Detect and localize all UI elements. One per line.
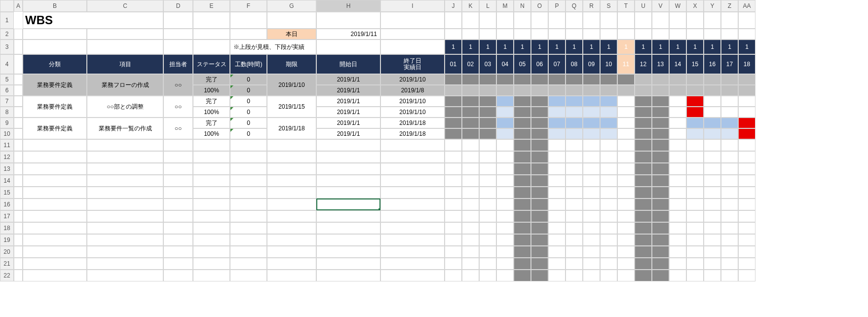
gantt-cell[interactable] (548, 234, 566, 246)
gantt-cell[interactable] (531, 107, 548, 118)
gantt-cell[interactable] (652, 246, 669, 258)
gantt-cell[interactable] (548, 258, 566, 270)
cell[interactable] (380, 151, 445, 163)
gantt-cell[interactable] (462, 107, 479, 118)
cell[interactable] (230, 234, 267, 246)
gantt-cell[interactable] (617, 246, 635, 258)
gantt-cell[interactable] (635, 139, 652, 151)
cell[interactable] (669, 12, 686, 29)
gantt-cell[interactable] (514, 175, 531, 187)
cell[interactable] (23, 234, 87, 246)
gantt-cell[interactable] (686, 270, 704, 281)
select-all-corner[interactable] (0, 0, 14, 12)
gantt-cell[interactable] (704, 139, 721, 151)
col-header[interactable]: F (230, 0, 267, 12)
gantt-cell[interactable] (479, 107, 496, 118)
col-header[interactable]: V (652, 0, 669, 12)
gantt-cell[interactable] (445, 198, 462, 210)
gantt-cell[interactable] (462, 222, 479, 234)
cell[interactable] (635, 12, 652, 29)
gantt-cell[interactable] (721, 258, 738, 270)
row-header[interactable]: 22 (0, 270, 14, 281)
col-header[interactable]: K (462, 0, 479, 12)
gantt-cell[interactable] (514, 74, 531, 85)
cell[interactable] (230, 163, 267, 175)
row-header[interactable]: 3 (0, 40, 14, 54)
cell[interactable] (316, 40, 380, 54)
cell[interactable] (87, 187, 163, 198)
cell[interactable] (316, 258, 380, 270)
cell[interactable] (316, 234, 380, 246)
cell[interactable] (14, 234, 23, 246)
gantt-cell[interactable] (514, 222, 531, 234)
gantt-cell[interactable] (721, 139, 738, 151)
cell[interactable] (14, 258, 23, 270)
row-header[interactable]: 6 (0, 85, 14, 96)
cell[interactable] (316, 210, 380, 222)
gantt-cell[interactable] (686, 107, 704, 118)
cell[interactable] (23, 151, 87, 163)
gantt-cell[interactable] (635, 128, 652, 139)
cell[interactable] (14, 12, 23, 29)
gantt-cell[interactable] (514, 270, 531, 281)
gantt-cell[interactable] (462, 96, 479, 107)
gantt-cell[interactable] (496, 85, 514, 96)
cell[interactable] (380, 258, 445, 270)
gantt-cell[interactable] (514, 151, 531, 163)
cell[interactable] (230, 222, 267, 234)
gantt-cell[interactable] (462, 163, 479, 175)
gantt-cell[interactable] (462, 187, 479, 198)
cell[interactable] (230, 270, 267, 281)
cell[interactable] (163, 163, 193, 175)
gantt-cell[interactable] (531, 139, 548, 151)
gantt-cell[interactable] (548, 270, 566, 281)
col-header[interactable]: Z (721, 0, 738, 12)
gantt-cell[interactable] (617, 163, 635, 175)
gantt-cell[interactable] (669, 210, 686, 222)
cell[interactable] (14, 128, 23, 139)
gantt-cell[interactable] (652, 107, 669, 118)
gantt-cell[interactable] (479, 175, 496, 187)
gantt-cell[interactable] (445, 246, 462, 258)
gantt-cell[interactable] (738, 210, 755, 222)
cell[interactable] (267, 222, 316, 234)
gantt-cell[interactable] (635, 107, 652, 118)
row-header[interactable]: 15 (0, 187, 14, 198)
gantt-cell[interactable] (686, 187, 704, 198)
row-header[interactable]: 2 (0, 29, 14, 40)
cell[interactable] (531, 29, 548, 40)
cell[interactable] (87, 234, 163, 246)
cell[interactable] (496, 29, 514, 40)
gantt-cell[interactable] (600, 270, 617, 281)
cell[interactable] (462, 12, 479, 29)
gantt-cell[interactable] (686, 128, 704, 139)
cell[interactable] (87, 258, 163, 270)
col-header[interactable]: R (583, 0, 600, 12)
col-header[interactable]: Q (566, 0, 583, 12)
gantt-cell[interactable] (496, 118, 514, 128)
gantt-cell[interactable] (566, 198, 583, 210)
spreadsheet-grid[interactable]: ABCDEFGHIJKLMNOPQRSTUVWXYZAA1WBS2本日2019/… (0, 0, 868, 281)
gantt-cell[interactable] (686, 258, 704, 270)
gantt-cell[interactable] (686, 139, 704, 151)
gantt-cell[interactable] (479, 151, 496, 163)
gantt-cell[interactable] (738, 222, 755, 234)
cell[interactable] (738, 29, 755, 40)
cell[interactable] (193, 198, 230, 210)
gantt-cell[interactable] (652, 74, 669, 85)
gantt-cell[interactable] (583, 222, 600, 234)
gantt-cell[interactable] (704, 222, 721, 234)
gantt-cell[interactable] (462, 175, 479, 187)
col-header[interactable]: L (479, 0, 496, 12)
gantt-cell[interactable] (445, 187, 462, 198)
row-header[interactable]: 19 (0, 234, 14, 246)
gantt-cell[interactable] (479, 128, 496, 139)
cell[interactable] (316, 222, 380, 234)
gantt-cell[interactable] (531, 270, 548, 281)
row-header[interactable]: 18 (0, 222, 14, 234)
cell[interactable] (14, 270, 23, 281)
cell[interactable] (87, 163, 163, 175)
gantt-cell[interactable] (531, 210, 548, 222)
gantt-cell[interactable] (652, 234, 669, 246)
gantt-cell[interactable] (669, 187, 686, 198)
